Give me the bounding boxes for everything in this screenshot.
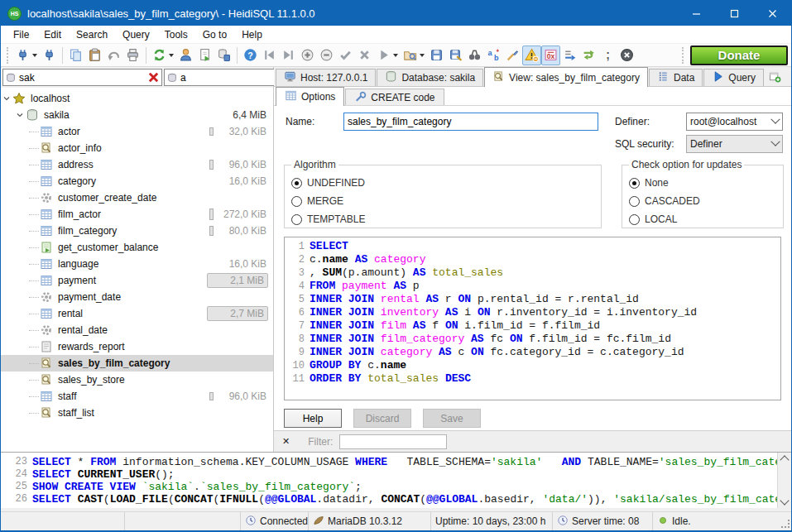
paste-icon[interactable] <box>85 46 104 65</box>
tree-item-category[interactable]: category16,0 KiB <box>1 173 273 189</box>
menu-query[interactable]: Query <box>115 27 157 42</box>
expand-arrow-icon[interactable] <box>14 110 26 120</box>
tree-item-get_customer_balance[interactable]: get_customer_balance <box>1 239 273 256</box>
stop-icon[interactable] <box>617 46 636 65</box>
radio-icon[interactable] <box>629 214 640 225</box>
algorithm-radio-merge[interactable]: MERGE <box>291 192 594 210</box>
tab-data[interactable]: Data <box>649 69 703 86</box>
tree-item-staff[interactable]: staff96,0 KiB <box>1 388 273 405</box>
new-query-tab-button[interactable] <box>765 69 790 86</box>
algorithm-radio-temptable[interactable]: TEMPTABLE <box>291 210 594 228</box>
tree-item-staff_list[interactable]: staff_list <box>1 405 273 421</box>
sql-security-combo[interactable]: Definer <box>686 135 783 153</box>
radio-icon[interactable] <box>291 196 302 207</box>
cancel-editing-icon[interactable] <box>355 46 374 65</box>
beautify-icon[interactable] <box>503 46 522 65</box>
menu-tools[interactable]: Tools <box>157 27 195 42</box>
copy-icon[interactable] <box>66 46 85 65</box>
help-button[interactable]: Help <box>284 409 342 428</box>
session-manager-icon[interactable] <box>13 46 40 65</box>
resize-grip[interactable] <box>781 520 790 528</box>
tab-query[interactable]: Query <box>703 69 764 86</box>
subtab-options[interactable]: Options <box>276 87 344 106</box>
load-sql-file-icon[interactable] <box>401 46 427 65</box>
save-sql-icon[interactable] <box>427 46 446 65</box>
subtab-create-code[interactable]: CREATE code <box>345 89 444 105</box>
tree-item-actor_info[interactable]: actor_info <box>1 140 273 156</box>
insert-row-icon[interactable] <box>298 46 317 65</box>
menu-edit[interactable]: Edit <box>36 27 69 42</box>
first-row-icon[interactable] <box>260 46 279 65</box>
tab-host-127-0-0-1[interactable]: Host: 127.0.0.1 <box>276 69 376 86</box>
next-result-icon[interactable] <box>560 46 579 65</box>
log-scrollbar[interactable] <box>777 453 791 508</box>
tree-item-rental[interactable]: rental2,7 MiB <box>1 305 273 322</box>
last-row-icon[interactable] <box>279 46 298 65</box>
help-icon[interactable]: ? <box>241 46 260 65</box>
filter-input[interactable] <box>339 434 447 449</box>
tree-item-actor[interactable]: actor32,0 KiB <box>1 123 273 140</box>
menu-help[interactable]: Help <box>234 27 270 42</box>
hex-view-toggle-icon[interactable]: 0x <box>541 46 560 65</box>
radio-icon[interactable] <box>291 178 302 189</box>
minimize-button[interactable] <box>677 1 715 26</box>
save-button[interactable]: Save <box>423 409 481 428</box>
tree-item-address[interactable]: address96,0 KiB <box>1 156 273 173</box>
tree-item-rental_date[interactable]: rental_date <box>1 322 273 338</box>
tree-item-customer_create_date[interactable]: customer_create_date <box>1 189 273 206</box>
tree-item-film_actor[interactable]: film_actor272,0 KiB <box>1 206 273 223</box>
dropdown-caret-icon[interactable] <box>32 54 37 57</box>
post-changes-icon[interactable] <box>336 46 355 65</box>
maximize-button[interactable] <box>715 1 753 26</box>
clear-filter-icon[interactable] <box>147 71 160 84</box>
check-option-radio-none[interactable]: None <box>629 174 776 192</box>
tree-item-localhost[interactable]: localhost <box>1 90 273 107</box>
user-manager-icon[interactable] <box>176 46 195 65</box>
menu-file[interactable]: File <box>6 27 36 42</box>
algorithm-radio-undefined[interactable]: UNDEFINED <box>291 174 594 192</box>
radio-icon[interactable] <box>629 178 640 189</box>
save-snippet-icon[interactable] <box>214 46 233 65</box>
tree-item-language[interactable]: language16,0 KiB <box>1 256 273 272</box>
title-bar[interactable]: HS localhost\sakila\sales_by_film_catego… <box>1 1 791 26</box>
donate-button[interactable]: Donate <box>690 46 788 65</box>
scroll-down-icon[interactable] <box>780 496 789 505</box>
tree-item-sales_by_film_category[interactable]: sales_by_film_category <box>1 355 273 371</box>
print-icon[interactable] <box>123 46 142 65</box>
disconnect-icon[interactable] <box>40 46 59 65</box>
table-filter-input[interactable] <box>19 72 147 84</box>
tree-item-sakila[interactable]: sakila6,4 MiB <box>1 107 273 123</box>
close-filter-icon[interactable]: ✕ <box>282 436 290 447</box>
definer-combo[interactable]: root@localhost <box>686 113 783 131</box>
save-sql-as-icon[interactable] <box>446 46 465 65</box>
replace-icon[interactable]: ab <box>484 46 503 65</box>
view-name-input[interactable] <box>343 113 598 131</box>
undo-icon[interactable] <box>104 46 123 65</box>
scroll-up-icon[interactable] <box>780 455 789 464</box>
dropdown-caret-icon[interactable] <box>169 54 174 57</box>
check-option-radio-local[interactable]: LOCAL <box>629 210 776 228</box>
tree-item-payment_date[interactable]: payment_date <box>1 289 273 305</box>
delete-row-icon[interactable] <box>317 46 336 65</box>
expand-arrow-icon[interactable] <box>1 93 12 103</box>
tree-item-rewards_report[interactable]: rewards_report <box>1 338 273 355</box>
menu-go-to[interactable]: Go to <box>195 27 234 42</box>
reformat-icon[interactable] <box>579 46 598 65</box>
table-filter-box[interactable] <box>2 69 162 86</box>
refresh-icon[interactable] <box>150 46 176 65</box>
tab-view-sales-by-film-category[interactable]: View: sales_by_film_category <box>484 67 648 87</box>
view-sql-editor[interactable]: 1SELECT2c.name AS category3, SUM(p.amoun… <box>284 237 781 400</box>
dropdown-caret-icon[interactable] <box>420 54 425 57</box>
radio-icon[interactable] <box>291 214 302 225</box>
warnings-toggle-icon[interactable] <box>522 46 541 65</box>
close-button[interactable] <box>753 1 791 26</box>
radio-icon[interactable] <box>629 196 640 207</box>
tree-item-sales_by_store[interactable]: sales_by_store <box>1 371 273 388</box>
discard-button[interactable]: Discard <box>353 409 411 428</box>
check-option-radio-cascaded[interactable]: CASCADED <box>629 192 776 210</box>
tree-item-film_category[interactable]: film_category80,0 KiB <box>1 223 273 239</box>
delimiter-icon[interactable]: ; <box>598 46 617 65</box>
execute-sql-icon[interactable] <box>374 46 401 65</box>
tree-item-payment[interactable]: payment2,1 MiB <box>1 272 273 289</box>
menu-search[interactable]: Search <box>69 27 115 42</box>
